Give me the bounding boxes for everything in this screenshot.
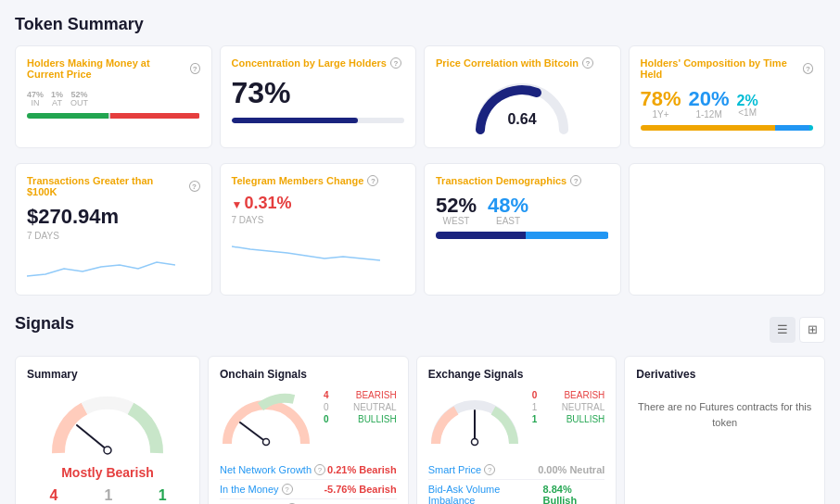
net-network-val: 0.21% Bearish bbox=[327, 464, 397, 475]
token-summary-section: Token Summary Holders Making Money at Cu… bbox=[15, 15, 825, 296]
onchain-bullish-count: 0 bbox=[324, 414, 329, 424]
demo-val2: 48% bbox=[488, 194, 528, 217]
exchange-neutral-label: NEUTRAL bbox=[562, 402, 605, 412]
in-money-name: In the Money ? bbox=[220, 484, 293, 495]
exchange-gauge-area bbox=[428, 390, 521, 453]
holders-money-card: Holders Making Money at Current Price ? … bbox=[15, 45, 212, 148]
exchange-bullish-count: 1 bbox=[532, 414, 538, 424]
signals-title: Signals bbox=[15, 314, 74, 334]
holders-in-label: IN bbox=[27, 98, 44, 107]
transactions-card: Transactions Greater than $100K ? $270.9… bbox=[15, 163, 212, 296]
svg-line-3 bbox=[240, 422, 266, 442]
summary-grid-row2: Transactions Greater than $100K ? $270.9… bbox=[15, 163, 825, 296]
onchain-bearish-label: BEARISH bbox=[356, 390, 397, 400]
svg-point-6 bbox=[471, 439, 477, 446]
telegram-period: 7 DAYS bbox=[232, 215, 405, 225]
comp-bar3 bbox=[809, 125, 813, 131]
holders-at-label: AT bbox=[51, 98, 63, 107]
comp-bar2 bbox=[775, 125, 809, 131]
holders-bar-red bbox=[110, 113, 200, 119]
summary-counts: 4 BEARISH 1 NEUTRAL 1 BULLISH bbox=[27, 487, 188, 504]
concentration-bar bbox=[232, 118, 405, 123]
onchain-neutral-legend: 0 NEUTRAL bbox=[324, 402, 397, 412]
svg-line-1 bbox=[77, 425, 108, 450]
comp-label2: 1-12M bbox=[689, 109, 730, 120]
holders-composition-info-icon[interactable]: ? bbox=[803, 63, 813, 74]
holders-money-info-icon[interactable]: ? bbox=[190, 63, 199, 74]
concentration-card: Concentration by Large Holders ? 73% bbox=[220, 45, 417, 148]
transactions-title: Transactions Greater than $100K ? bbox=[27, 175, 200, 197]
onchain-title: Onchain Signals bbox=[220, 368, 397, 381]
derivatives-card: Derivatives There are no Futures contrac… bbox=[624, 356, 825, 504]
grid-view-button[interactable]: ⊞ bbox=[799, 317, 825, 343]
empty-card bbox=[629, 163, 826, 296]
telegram-sparkline bbox=[232, 233, 405, 268]
svg-point-2 bbox=[104, 447, 111, 454]
onchain-neutral-label: NEUTRAL bbox=[353, 402, 397, 412]
holders-composition-title: Holders' Composition by Time Held ? bbox=[641, 57, 814, 80]
demographics-info-icon[interactable]: ? bbox=[570, 175, 581, 186]
signal-row-smart-price: Smart Price ? 0.00% Neutral bbox=[428, 460, 605, 480]
net-network-info[interactable]: ? bbox=[314, 464, 325, 475]
demo-val1: 52% bbox=[436, 194, 477, 217]
signals-section: Signals ☰ ⊞ Summary bbox=[15, 314, 825, 504]
exchange-neutral-legend: 1 NEUTRAL bbox=[532, 402, 605, 412]
signal-row-concentration: Concentration ? -0.14% Bearish bbox=[220, 499, 397, 504]
page-container: Token Summary Holders Making Money at Cu… bbox=[0, 0, 840, 504]
demographics-card: Transaction Demographics ? 52% WEST 48% … bbox=[424, 163, 621, 296]
onchain-bearish-count: 4 bbox=[324, 390, 329, 400]
telegram-info-icon[interactable]: ? bbox=[367, 175, 378, 186]
concentration-info-icon[interactable]: ? bbox=[390, 57, 401, 69]
price-correlation-title: Price Correlation with Bitcoin ? bbox=[436, 57, 609, 69]
holders-money-title: Holders Making Money at Current Price ? bbox=[27, 57, 200, 80]
correlation-gauge-svg: 0.64 bbox=[471, 76, 573, 136]
telegram-title: Telegram Members Change ? bbox=[232, 175, 405, 186]
comp-label1: 1Y+ bbox=[641, 109, 681, 120]
onchain-bearish-legend: 4 BEARISH bbox=[324, 390, 397, 400]
bid-ask-name: Bid-Ask Volume Imbalance bbox=[428, 484, 543, 504]
comp-bar bbox=[641, 125, 814, 131]
holders-comp-values: 78% 1Y+ 20% 1-12M 2% <1M bbox=[641, 87, 814, 120]
price-correlation-info-icon[interactable]: ? bbox=[582, 57, 593, 69]
holders-bar bbox=[27, 113, 200, 119]
demographics-title: Transaction Demographics ? bbox=[436, 175, 609, 186]
signals-view-buttons: ☰ ⊞ bbox=[770, 317, 825, 343]
comp-label3: <1M bbox=[737, 107, 758, 118]
svg-text:0.64: 0.64 bbox=[508, 111, 537, 127]
comp-val1: 78% bbox=[641, 87, 681, 110]
telegram-card: Telegram Members Change ? ▼ 0.31% 7 DAYS bbox=[220, 163, 417, 296]
telegram-sparkline-svg bbox=[232, 233, 380, 265]
list-view-button[interactable]: ☰ bbox=[770, 317, 795, 343]
signals-grid: Summary Mostly Bearish bbox=[15, 356, 825, 504]
onchain-signals-row: 4 BEARISH 0 NEUTRAL 0 BULLISH bbox=[220, 390, 397, 453]
onchain-legend: 4 BEARISH 0 NEUTRAL 0 BULLISH bbox=[324, 390, 397, 426]
price-correlation-gauge: 0.64 bbox=[436, 76, 609, 136]
demographics-vals: 52% WEST 48% EAST bbox=[436, 194, 609, 226]
signal-row-net-network: Net Network Growth ? 0.21% Bearish bbox=[220, 460, 397, 480]
summary-signal-card: Summary Mostly Bearish bbox=[15, 356, 200, 504]
transactions-info-icon[interactable]: ? bbox=[189, 181, 200, 192]
in-money-info[interactable]: ? bbox=[282, 484, 293, 495]
demo-label1: WEST bbox=[436, 216, 477, 226]
comp-val3: 2% bbox=[737, 93, 758, 108]
in-money-val: -5.76% Bearish bbox=[324, 484, 396, 495]
exchange-bearish-legend: 0 BEARISH bbox=[532, 390, 605, 400]
exchange-gauge-svg bbox=[428, 390, 521, 450]
signal-row-bid-ask: Bid-Ask Volume Imbalance 8.84% Bullish bbox=[428, 480, 605, 504]
summary-gauge-svg bbox=[47, 390, 168, 460]
onchain-signal-card: Onchain Signals 4 bbox=[208, 356, 409, 504]
onchain-bullish-label: BULLISH bbox=[358, 414, 397, 424]
derivatives-message: There are no Futures contracts for this … bbox=[636, 399, 813, 430]
concentration-title: Concentration by Large Holders ? bbox=[232, 57, 405, 69]
onchain-gauge-svg bbox=[220, 390, 312, 450]
onchain-neutral-count: 0 bbox=[324, 402, 329, 412]
onchain-bullish-legend: 0 BULLISH bbox=[324, 414, 397, 424]
onchain-gauge-area bbox=[220, 390, 312, 453]
derivatives-title: Derivatives bbox=[636, 368, 813, 381]
smart-price-info[interactable]: ? bbox=[484, 464, 495, 475]
holders-out-label: OUT bbox=[70, 98, 88, 107]
bullish-count-item: 1 BULLISH bbox=[145, 487, 180, 504]
onchain-signal-table: Net Network Growth ? 0.21% Bearish In th… bbox=[220, 460, 397, 504]
exchange-signal-table: Smart Price ? 0.00% Neutral Bid-Ask Volu… bbox=[428, 460, 605, 504]
token-summary-title: Token Summary bbox=[15, 15, 825, 34]
